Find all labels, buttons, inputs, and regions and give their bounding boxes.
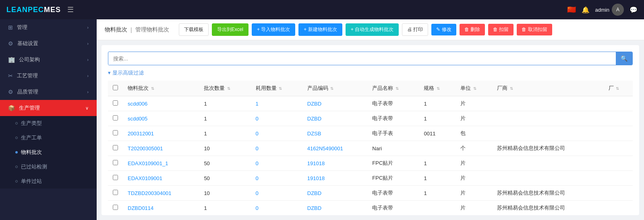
row-checkbox[interactable] (113, 175, 118, 180)
cell-factory (604, 171, 633, 186)
chat-icon[interactable]: 💬 (630, 6, 638, 14)
manage-icon: ⊞ (8, 24, 13, 31)
sort-icon[interactable]: ⇅ (473, 86, 476, 91)
sidebar-item-basic[interactable]: ⚙ 基础设置 › (0, 35, 97, 52)
sort-icon[interactable]: ⇅ (437, 86, 440, 91)
sort-icon[interactable]: ⇅ (151, 86, 154, 91)
download-template-button[interactable]: 下载模板 (179, 23, 209, 36)
cell-prod_code[interactable]: DZBD (302, 111, 368, 126)
cell-batch[interactable]: T20200305001 (123, 141, 199, 156)
cell-batch[interactable]: EDAX0109001_1 (123, 156, 199, 171)
cell-prod_code[interactable]: DZSB (302, 126, 368, 141)
row-checkbox[interactable] (113, 100, 118, 106)
sidebar-item-production[interactable]: 📦 生产管理 ∨ (0, 100, 97, 116)
new-batch-button[interactable]: + 新建物料批次 (298, 23, 342, 36)
row-checkbox[interactable] (113, 145, 118, 150)
cell-batch[interactable]: DZBD0114 (123, 201, 199, 216)
sort-icon[interactable]: ⇅ (510, 86, 513, 91)
cell-unit: 个 (456, 141, 492, 156)
row-checkbox-cell (108, 111, 123, 126)
cell-batch[interactable]: EDAX0109001 (123, 171, 199, 186)
sort-icon[interactable]: ⇅ (227, 86, 230, 91)
auto-generate-button[interactable]: + 自动生成物料批次 (346, 23, 399, 36)
import-batch-button[interactable]: + 导入物料批次 (252, 23, 295, 36)
sidebar-item-unit-station[interactable]: 单件过站 (0, 174, 97, 189)
print-button[interactable]: 🖨 打印 (402, 23, 428, 36)
dot-icon (15, 180, 18, 183)
row-checkbox[interactable] (113, 130, 118, 135)
sort-icon[interactable]: ⇅ (330, 86, 333, 91)
cell-prod_code[interactable]: 4162N5490001 (302, 141, 368, 156)
col-header-qty: 批次数量 ⇅ (199, 81, 251, 96)
cell-prod_code[interactable]: 191018 (302, 156, 368, 171)
sidebar-item-prod-type[interactable]: 生产类型 (0, 116, 97, 131)
search-button[interactable]: 🔍 (616, 52, 632, 65)
cell-prod_code[interactable]: 191018 (302, 171, 368, 186)
table-area: 🔍 ▾ 显示高级过滤 物料批次 ⇅ 批次数量 ⇅ 耗用数量 ⇅ 产品编码 ⇅ (101, 45, 639, 215)
cell-batch[interactable]: 200312001 (123, 126, 199, 141)
sidebar-item-company[interactable]: 🏢 公司架构 › (0, 52, 97, 68)
sidebar-item-prod-order[interactable]: 生产工单 (0, 131, 97, 145)
cell-vendor (492, 126, 603, 141)
chevron-icon: › (87, 57, 89, 62)
row-checkbox-cell (108, 126, 123, 141)
cell-prod_code[interactable]: DZBD (302, 201, 368, 216)
data-table: 物料批次 ⇅ 批次数量 ⇅ 耗用数量 ⇅ 产品编码 ⇅ 产品名称 ⇅ 规格 ⇅ … (108, 81, 633, 215)
cell-factory (604, 156, 633, 171)
sidebar-sub-label: 生产工单 (21, 134, 42, 141)
topnav-right: 🇨🇳 🔔 admin A 💬 (567, 4, 638, 16)
cell-used_qty[interactable]: 0 (251, 156, 302, 171)
user-menu[interactable]: admin A (595, 4, 624, 16)
select-all-checkbox[interactable] (113, 85, 118, 90)
cell-used_qty[interactable]: 0 (251, 111, 302, 126)
deduct-button[interactable]: 🗑 扣留 (488, 24, 514, 35)
row-checkbox[interactable] (113, 115, 118, 120)
cell-prod_code[interactable]: DZBD (302, 96, 368, 111)
cell-factory (604, 201, 633, 216)
cell-batch[interactable]: scdd005 (123, 111, 199, 126)
row-checkbox[interactable] (113, 160, 118, 165)
sidebar-item-process[interactable]: ✂ 工艺管理 › (0, 68, 97, 84)
table-row: TDZBD200304001100DZBD电子表带1片苏州精易会信息技术有限公司 (108, 186, 633, 201)
notification-bell-icon[interactable]: 🔔 (582, 6, 590, 14)
cell-used_qty[interactable]: 0 (251, 186, 302, 201)
sidebar-item-material-batch[interactable]: 物料批次 (0, 145, 97, 160)
sort-icon[interactable]: ⇅ (279, 86, 282, 91)
cell-used_qty[interactable]: 0 (251, 126, 302, 141)
cell-used_qty[interactable]: 0 (251, 141, 302, 156)
chevron-icon: › (87, 41, 89, 46)
dot-icon (15, 166, 18, 168)
row-checkbox[interactable] (113, 190, 118, 195)
sidebar-sub-label: 生产类型 (21, 120, 42, 127)
cell-unit: 包 (456, 126, 492, 141)
search-input[interactable] (108, 52, 616, 65)
chevron-icon: › (87, 25, 89, 30)
sidebar-item-quality[interactable]: ⚙ 品质管理 › (0, 84, 97, 100)
sort-icon[interactable]: ⇅ (396, 86, 399, 91)
lang-flag[interactable]: 🇨🇳 (567, 5, 576, 14)
cell-batch[interactable]: scdd006 (123, 96, 199, 111)
row-checkbox[interactable] (113, 205, 118, 210)
content-area: 物料批次 | 管理物料批次 下载模板 导出到Excel + 导入物料批次 + 新… (97, 19, 644, 220)
sidebar-item-manage[interactable]: ⊞ 管理 › (0, 19, 97, 35)
process-icon: ✂ (8, 73, 13, 79)
cell-prod_code[interactable]: DZBD (302, 186, 368, 201)
cell-batch[interactable]: TDZBD200304001 (123, 186, 199, 201)
table-row: EDAX0109001500191018FPC贴片1片 (108, 171, 633, 186)
sidebar-item-label: 工艺管理 (17, 72, 38, 79)
delete-button[interactable]: 🗑 删除 (460, 24, 485, 35)
sort-icon[interactable]: ⇅ (616, 86, 619, 91)
cell-vendor: 苏州精易会信息技术有限公司 (492, 201, 603, 216)
sidebar-item-station-check[interactable]: 已过站检测 (0, 160, 97, 174)
cell-vendor (492, 96, 603, 111)
cell-qty: 10 (199, 186, 251, 201)
filter-toggle[interactable]: ▾ 显示高级过滤 (108, 69, 633, 77)
search-row: 🔍 (108, 52, 633, 65)
cell-used_qty[interactable]: 1 (251, 96, 302, 111)
cell-used_qty[interactable]: 0 (251, 171, 302, 186)
edit-button[interactable]: ✎ 修改 (431, 24, 456, 35)
menu-toggle-icon[interactable]: ☰ (67, 5, 74, 14)
cancel-deduct-button[interactable]: 🗑 取消扣留 (517, 24, 552, 35)
export-excel-button[interactable]: 导出到Excel (212, 23, 248, 36)
cell-used_qty[interactable]: 0 (251, 201, 302, 216)
